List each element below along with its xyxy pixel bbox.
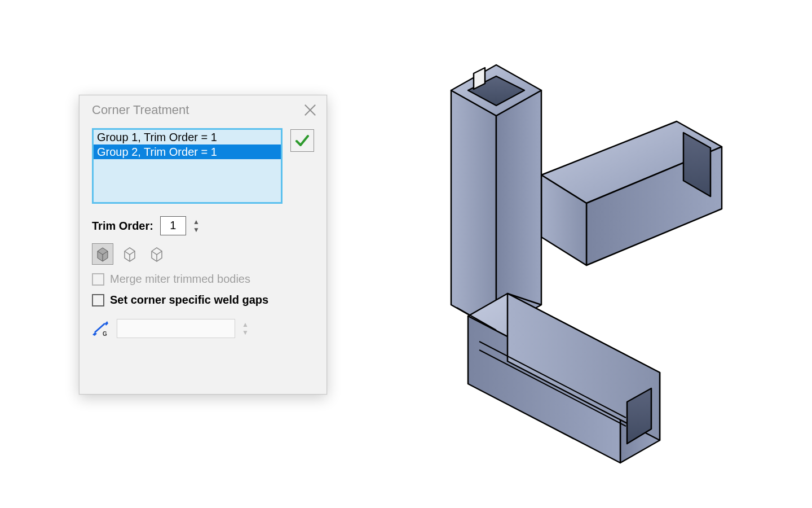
merge-miter-row: Merge miter trimmed bodies bbox=[92, 273, 314, 286]
weld-gap-icon: G bbox=[92, 319, 110, 338]
dialog-title: Corner Treatment bbox=[92, 103, 189, 117]
svg-text:G: G bbox=[103, 331, 107, 337]
chevron-down-icon[interactable]: ▼ bbox=[242, 330, 249, 335]
trim-order-input[interactable]: 1 bbox=[160, 216, 186, 235]
svg-marker-14 bbox=[451, 90, 496, 330]
weld-gap-spinner[interactable]: ▲ ▼ bbox=[242, 322, 249, 335]
weld-gap-row: G ▲ ▼ bbox=[92, 319, 314, 338]
set-weld-gaps-label: Set corner specific weld gaps bbox=[110, 294, 268, 306]
group-list-row: Group 1, Trim Order = 1 Group 2, Trim Or… bbox=[92, 128, 314, 204]
dialog-titlebar: Corner Treatment bbox=[80, 95, 326, 125]
trim-order-row: Trim Order: 1 ▲ ▼ bbox=[92, 216, 314, 235]
cube-icon bbox=[94, 246, 111, 262]
chevron-up-icon[interactable]: ▲ bbox=[242, 322, 249, 327]
svg-marker-15 bbox=[496, 90, 541, 330]
check-icon bbox=[295, 133, 310, 148]
close-icon[interactable] bbox=[304, 104, 316, 116]
corner-type-butt1[interactable] bbox=[119, 243, 140, 265]
corner-treatment-dialog: Corner Treatment Group 1, Trim Order = 1… bbox=[79, 95, 327, 395]
set-weld-gaps-checkbox[interactable] bbox=[92, 294, 104, 306]
list-item[interactable]: Group 1, Trim Order = 1 bbox=[94, 130, 281, 144]
chevron-down-icon[interactable]: ▼ bbox=[193, 227, 200, 233]
weldment-preview bbox=[395, 34, 756, 474]
set-weld-gaps-row: Set corner specific weld gaps bbox=[92, 294, 314, 306]
trim-order-label: Trim Order: bbox=[92, 220, 153, 233]
merge-miter-label: Merge miter trimmed bodies bbox=[110, 273, 250, 286]
merge-miter-checkbox[interactable] bbox=[92, 273, 104, 286]
weld-gap-input[interactable] bbox=[117, 319, 235, 338]
trim-order-spinner[interactable]: ▲ ▼ bbox=[193, 219, 200, 233]
group-list[interactable]: Group 1, Trim Order = 1 Group 2, Trim Or… bbox=[92, 128, 283, 204]
cube-icon bbox=[121, 246, 138, 262]
corner-type-miter[interactable] bbox=[92, 243, 113, 265]
ok-button[interactable] bbox=[290, 129, 314, 152]
corner-type-row bbox=[92, 243, 314, 265]
dialog-body: Group 1, Trim Order = 1 Group 2, Trim Or… bbox=[80, 125, 326, 338]
svg-marker-7 bbox=[105, 321, 108, 326]
chevron-up-icon[interactable]: ▲ bbox=[193, 219, 200, 225]
corner-type-butt2[interactable] bbox=[146, 243, 167, 265]
model-viewport[interactable] bbox=[395, 34, 756, 474]
cube-icon bbox=[148, 246, 165, 262]
svg-marker-8 bbox=[92, 332, 97, 336]
list-item[interactable]: Group 2, Trim Order = 1 bbox=[94, 144, 281, 159]
